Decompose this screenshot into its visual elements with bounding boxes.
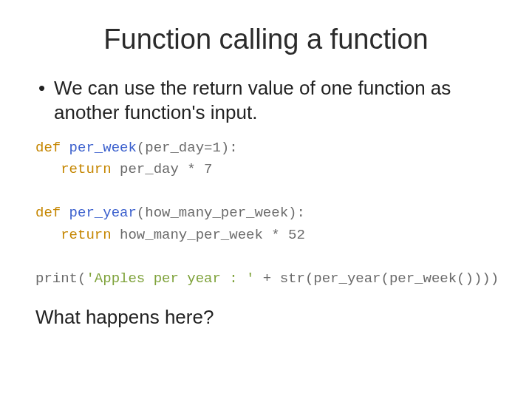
keyword-def: def xyxy=(35,140,61,156)
code-text: per_day * 7 xyxy=(112,161,213,177)
code-text: print( xyxy=(35,270,86,287)
code-text: + str(per_year(per_week()))) xyxy=(254,270,499,287)
function-name: per_week xyxy=(61,140,137,156)
string-literal: 'Apples per year : ' xyxy=(86,270,254,287)
code-text: how_many_per_week * 52 xyxy=(112,227,305,243)
keyword-return: return xyxy=(35,227,112,243)
keyword-return: return xyxy=(35,161,112,177)
function-name: per_year xyxy=(61,205,137,221)
bullet-text: We can use the return value of one funct… xyxy=(54,76,497,124)
code-text: (per_day=1): xyxy=(137,140,238,156)
code-block: def per_week(per_day=1): return per_day … xyxy=(35,137,497,290)
code-text: (how_many_per_week): xyxy=(137,205,305,221)
question-text: What happens here? xyxy=(35,306,497,329)
keyword-def: def xyxy=(35,205,61,221)
bullet-dot-icon: • xyxy=(38,76,45,124)
bullet-item: • We can use the return value of one fun… xyxy=(35,76,497,124)
slide: Function calling a function • We can use… xyxy=(0,0,532,399)
slide-title: Function calling a function xyxy=(35,24,497,55)
